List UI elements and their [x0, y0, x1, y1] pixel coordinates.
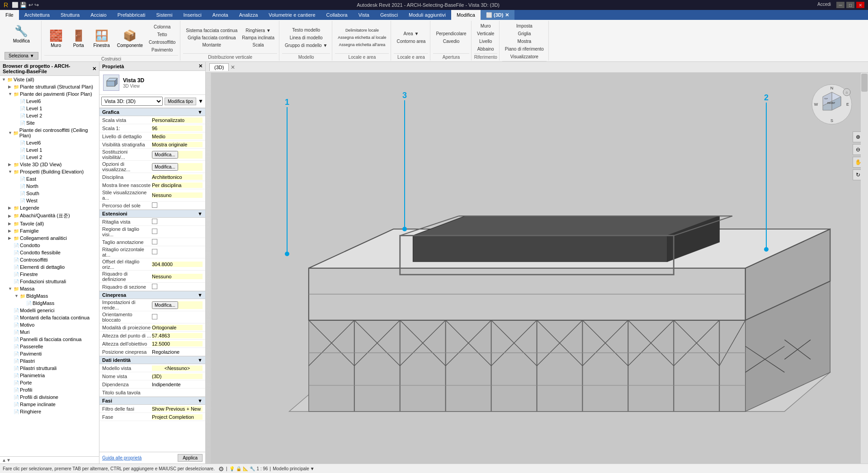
perpendicolare-btn[interactable]: Perpendicolare: [434, 30, 468, 37]
finestra-button[interactable]: 🪟Finestra: [90, 23, 113, 54]
tree-item[interactable]: ▶📁Tavole (all): [0, 220, 99, 227]
scala-btn[interactable]: Scala: [240, 42, 276, 48]
tree-item[interactable]: 📄Profili: [0, 386, 99, 393]
assegna-locale-btn[interactable]: Assegna etichetta al locale: [336, 34, 388, 41]
tree-item[interactable]: 📄Pavimenti: [0, 350, 99, 357]
tree-item[interactable]: 📄Level 1: [0, 105, 99, 112]
tree-item[interactable]: 📄North: [0, 183, 99, 190]
tree-item[interactable]: ▶📁Collegamenti analitici: [0, 234, 99, 242]
mostra-btn[interactable]: Mostra: [516, 38, 533, 45]
tab-modifica[interactable]: Modifica: [451, 10, 481, 20]
montante-btn[interactable]: Montante: [184, 42, 239, 48]
tree-item[interactable]: ▼📁Viste (all): [0, 76, 99, 83]
tab-analizza[interactable]: Analizza: [234, 10, 264, 20]
tree-item[interactable]: 📄Level6: [0, 139, 99, 146]
seleziona-dropdown[interactable]: Seleziona ▼: [5, 52, 38, 60]
viewport-tab-3d[interactable]: (3D): [209, 63, 229, 71]
taglio-checkbox[interactable]: [152, 239, 157, 244]
tree-item[interactable]: 📄Planimetria: [0, 372, 99, 379]
tree-item[interactable]: ▶📁Viste 3D (3D View): [0, 161, 99, 168]
tree-item[interactable]: 📄Pannelli di facciata continua: [0, 336, 99, 343]
tab-vista[interactable]: Vista: [353, 10, 375, 20]
griglia-btn[interactable]: Griglia: [516, 30, 533, 37]
minimize-button[interactable]: ─: [836, 2, 844, 8]
tree-item[interactable]: 📄Muri: [0, 328, 99, 336]
tree-item[interactable]: 📄Level 2: [0, 112, 99, 119]
status-icon-3[interactable]: 📐: [243, 466, 248, 471]
tab-struttura[interactable]: Struttura: [55, 10, 85, 20]
status-icon-4[interactable]: 🔧: [250, 466, 255, 471]
tree-item[interactable]: 📄BldgMass: [0, 300, 99, 307]
tree-item[interactable]: 📄Passerelle: [0, 343, 99, 350]
tree-item[interactable]: 📄East: [0, 175, 99, 183]
status-icon-2[interactable]: 🔒: [236, 466, 241, 471]
tab-inserisci[interactable]: Inserisci: [178, 10, 207, 20]
tree-item[interactable]: 📄Condotto: [0, 242, 99, 249]
tree-item[interactable]: 📄Modelli generici: [0, 307, 99, 314]
tree-item[interactable]: 📄Pilastri strutturali: [0, 365, 99, 372]
componente-button[interactable]: 📦Componente: [114, 23, 146, 54]
sole-checkbox[interactable]: [152, 202, 157, 208]
rende-modifica-btn[interactable]: Modifica...: [152, 301, 178, 309]
tree-item[interactable]: 📄Ringhiere: [0, 408, 99, 415]
ritaglia-checkbox[interactable]: [152, 219, 157, 224]
tree-item[interactable]: 📄South: [0, 190, 99, 197]
pb-close-icon[interactable]: ✕: [92, 66, 96, 72]
rampa-btn[interactable]: Rampa inclinata: [240, 34, 276, 41]
tree-item[interactable]: 📄Condotto flessibile: [0, 249, 99, 256]
window-controls[interactable]: Accedi ─ □ ✕: [817, 2, 864, 8]
status-icon-1[interactable]: 💡: [229, 466, 235, 471]
prop-section-cinepresa[interactable]: Cinepresa ▼: [99, 291, 205, 299]
tab-collabora[interactable]: Collabora: [321, 10, 353, 20]
muro-rif-btn[interactable]: Muro: [479, 23, 493, 29]
viewport-scrollbar[interactable]: [861, 73, 868, 464]
livello-btn[interactable]: Livello: [477, 38, 494, 45]
prop-scroll-icon[interactable]: ▼: [198, 98, 203, 104]
view-cube[interactable]: N S W E FRONT TOP: [811, 84, 852, 125]
applica-button[interactable]: Applica: [178, 454, 203, 462]
ringhiera-btn[interactable]: Ringhiera ▼: [240, 27, 276, 34]
ritaglio-checkbox[interactable]: [152, 249, 157, 254]
visualizzatore-btn[interactable]: Visualizzatore: [509, 53, 540, 60]
tree-item[interactable]: ▼📁BldgMass: [0, 292, 99, 300]
guida-link[interactable]: Guida alle proprietà: [102, 455, 142, 460]
tab-volumetrie[interactable]: Volumetrie e cantiere: [263, 10, 321, 20]
prop-section-fasi[interactable]: Fasi ▼: [99, 397, 205, 405]
prop-close-icon[interactable]: ✕: [198, 63, 203, 69]
viewport-close-icon[interactable]: ✕: [231, 64, 235, 70]
view-type-selector[interactable]: Vista 3D: (3D): [101, 97, 163, 106]
verticale-btn[interactable]: Verticale: [475, 30, 496, 37]
tree-item[interactable]: 📄Montanti della facciata continua: [0, 314, 99, 321]
tree-item[interactable]: ▼📁Piante dei controsoffitti (Ceiling Pla…: [0, 126, 99, 139]
tree-item[interactable]: 📄Motivo: [0, 321, 99, 328]
tree-item[interactable]: ▼📁Prospetti (Building Elevation): [0, 168, 99, 175]
maximize-button[interactable]: □: [846, 2, 854, 8]
viewport-3d[interactable]: 1 3 2: [206, 73, 868, 464]
prop-section-estensioni[interactable]: Estensioni ▼: [99, 210, 205, 218]
delimitatore-btn[interactable]: Delimitatore locale: [344, 27, 381, 33]
prop-section-grafica[interactable]: Grafica ▼: [99, 108, 205, 116]
abbaino-btn[interactable]: Abbaino: [476, 46, 496, 52]
modifica-button[interactable]: 🔧 Modifica: [10, 22, 33, 47]
tree-item[interactable]: ▼📁Massa: [0, 285, 99, 292]
linea-modello-btn[interactable]: Linea di modello: [288, 34, 325, 41]
opzioni-modifica-btn[interactable]: Modifica...: [152, 163, 178, 171]
assegna-area-btn[interactable]: Assegna etichetta all'area: [337, 42, 387, 48]
cavedio-btn[interactable]: Cavedio: [441, 38, 462, 45]
model-dropdown-icon[interactable]: ▼: [310, 466, 315, 471]
tree-item[interactable]: ▼📁Piante dei pavimenti (Floor Plan): [0, 90, 99, 98]
pavimento-button[interactable]: Pavimento: [147, 47, 177, 53]
sistema-facciata-btn[interactable]: Sistema facciata continua: [184, 27, 239, 34]
tab-prefabbricati[interactable]: Prefabbricati: [112, 10, 151, 20]
tree-item[interactable]: ▶📁Abachi/Quantità (표준): [0, 211, 99, 220]
area-btn[interactable]: Area ▼: [402, 30, 421, 37]
tree-item[interactable]: 📄Level 1: [0, 146, 99, 154]
accedi-label[interactable]: Accedi: [817, 2, 831, 8]
colonna-button[interactable]: Colonna: [147, 23, 177, 30]
sezione-checkbox[interactable]: [152, 284, 157, 289]
tree-item[interactable]: 📄Fondazioni strutturali: [0, 278, 99, 285]
prop-section-dati[interactable]: Dati identità ▼: [99, 356, 205, 364]
tree-item[interactable]: 📄Level 2: [0, 154, 99, 161]
tree-item[interactable]: ▶📁Legende: [0, 204, 99, 211]
regione-checkbox[interactable]: [152, 229, 157, 234]
